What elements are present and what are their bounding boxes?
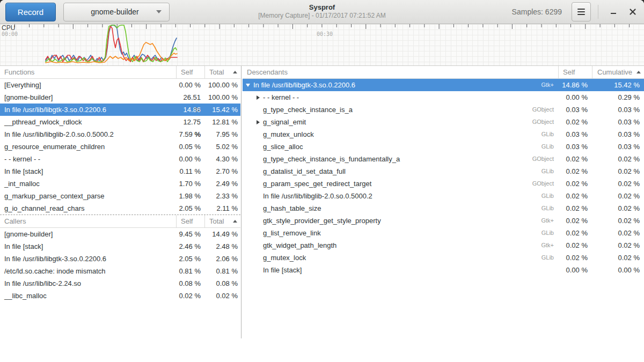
self-percent: 14.86 % xyxy=(176,104,204,116)
cpu-graph-label: CPU xyxy=(2,24,15,32)
descendants-row[interactable]: g_slice_allocGLib0.03 %0.03 % xyxy=(243,141,644,153)
descendants-self-column-header[interactable]: Self xyxy=(558,66,592,78)
functions-row[interactable]: g_resource_enumerate_children0.05 %5.02 … xyxy=(0,141,240,153)
descendants-row[interactable]: In file /usr/lib/libglib-2.0.so.0.5000.2… xyxy=(243,190,644,202)
descendants-row[interactable]: g_hash_table_sizeGLib0.02 %0.02 % xyxy=(243,202,644,215)
functions-self-column-header[interactable]: Self xyxy=(176,66,204,78)
descendants-row[interactable]: gtk_style_provider_get_style_propertyGtk… xyxy=(243,215,644,227)
functions-column-header[interactable]: Functions xyxy=(0,66,176,78)
descendant-name-cell: In file /usr/lib/libgtk-3.so.0.2200.6Gtk… xyxy=(243,79,558,91)
cumulative-percent: 0.02 % xyxy=(592,202,644,215)
capture-subtitle: [Memory Capture] - 01/17/2017 07:21:52 A… xyxy=(258,12,385,20)
callers-row[interactable]: __libc_malloc0.02 %0.02 % xyxy=(0,290,240,302)
descendants-row[interactable]: g_list_remove_linkGLib0.02 %0.02 % xyxy=(243,227,644,239)
callers-column-header[interactable]: Callers xyxy=(0,215,176,227)
functions-row[interactable]: [Everything]0.00 %100.00 % xyxy=(0,79,240,91)
total-percent: 100.00 % xyxy=(204,79,240,91)
functions-row[interactable]: g_markup_parse_context_parse1.98 %2.33 % xyxy=(0,190,240,202)
functions-row[interactable]: g_io_channel_read_chars2.05 %2.11 % xyxy=(0,202,240,215)
functions-total-column-header[interactable]: Total xyxy=(204,66,240,78)
descendants-row[interactable]: g_datalist_id_set_data_fullGLib0.02 %0.0… xyxy=(243,165,644,178)
descendants-row[interactable]: In file /usr/lib/libgtk-3.so.0.2200.6Gtk… xyxy=(243,79,644,91)
pane-divider[interactable] xyxy=(240,66,243,338)
descendant-name-cell: gtk_style_provider_get_style_propertyGtk… xyxy=(243,215,558,227)
function-name: [gnome-builder] xyxy=(0,228,176,240)
descendants-row[interactable]: g_mutex_unlockGLib0.03 %0.03 % xyxy=(243,128,644,141)
callers-row[interactable]: In file [stack]2.46 %2.48 % xyxy=(0,240,240,253)
left-pane: Functions Self Total [Everything]0.00 %1… xyxy=(0,66,240,338)
self-percent: 0.00 % xyxy=(176,79,204,91)
callers-row[interactable]: [gnome-builder]9.45 %14.49 % xyxy=(0,228,240,240)
functions-row[interactable]: - - kernel - -0.00 %4.30 % xyxy=(0,153,240,165)
descendant-name-cell: g_mutex_unlockGLib xyxy=(243,128,558,141)
close-button[interactable] xyxy=(625,4,641,20)
descendant-name: g_slice_alloc xyxy=(263,141,303,153)
total-percent: 0.02 % xyxy=(204,290,240,302)
library-tag: Gtk+ xyxy=(541,79,558,91)
menu-button[interactable] xyxy=(572,2,591,21)
functions-row[interactable]: In file /usr/lib/libglib-2.0.so.0.5000.2… xyxy=(0,128,240,141)
cpu-usage-graph[interactable]: CPU 00:00 00:30 xyxy=(0,24,644,66)
descendants-row[interactable]: In file [stack]0.00 %0.00 % xyxy=(243,264,644,276)
descendant-name-cell: g_slice_allocGLib xyxy=(243,141,558,153)
self-percent: 0.05 % xyxy=(176,141,204,153)
total-percent: 0.81 % xyxy=(204,265,240,277)
descendant-name: g_type_check_instance_is_a xyxy=(263,104,353,116)
descendants-column-header[interactable]: Descendants xyxy=(243,66,558,78)
cumulative-percent: 0.29 % xyxy=(592,91,644,104)
callers-row[interactable]: /etc/ld.so.cache: inode mismatch0.81 %0.… xyxy=(0,265,240,277)
descendants-row[interactable]: g_mutex_lockGLib0.02 %0.02 % xyxy=(243,252,644,264)
cumulative-percent: 0.02 % xyxy=(592,153,644,165)
callers-row[interactable]: In file /usr/lib/libc-2.24.so0.08 %0.08 … xyxy=(0,277,240,290)
descendants-row[interactable]: g_signal_emitGObject0.02 %0.03 % xyxy=(243,116,644,128)
descendants-row[interactable]: g_type_check_instance_is_aGObject0.03 %0… xyxy=(243,104,644,116)
self-percent: 0.00 % xyxy=(176,153,204,165)
callers-self-column-header[interactable]: Self xyxy=(176,215,204,227)
library-tag: GObject xyxy=(532,104,558,116)
descendant-name: In file /usr/lib/libgtk-3.so.0.2200.6 xyxy=(253,79,355,91)
record-button[interactable]: Record xyxy=(5,3,56,21)
functions-table: [Everything]0.00 %100.00 %[gnome-builder… xyxy=(0,79,240,215)
descendant-name-cell: In file [stack] xyxy=(243,264,558,276)
minimize-button[interactable] xyxy=(605,4,621,20)
chevron-down-icon xyxy=(156,10,162,13)
descendants-header: Descendants Self Cumulative xyxy=(243,66,644,79)
self-percent: 0.02 % xyxy=(558,165,592,178)
self-percent: 0.03 % xyxy=(558,128,592,141)
expander-closed-icon[interactable] xyxy=(257,120,260,124)
callers-total-column-header[interactable]: Total xyxy=(204,215,240,227)
callers-header: Callers Self Total xyxy=(0,215,240,228)
process-selector-dropdown[interactable]: gnome-builder xyxy=(63,3,170,21)
self-percent: 0.03 % xyxy=(558,141,592,153)
total-percent: 12.81 % xyxy=(204,116,240,128)
right-pane: Descendants Self Cumulative In file /usr… xyxy=(243,66,644,338)
expander-open-icon[interactable] xyxy=(246,84,250,87)
functions-row[interactable]: In file [stack]0.11 %2.70 % xyxy=(0,165,240,178)
functions-row[interactable]: In file /usr/lib/libgtk-3.so.0.2200.614.… xyxy=(0,104,240,116)
time-label-start: 00:00 xyxy=(2,31,18,37)
expander-closed-icon[interactable] xyxy=(257,95,260,100)
functions-row[interactable]: [gnome-builder]26.51 %100.00 % xyxy=(0,91,240,104)
function-name: __pthread_rwlock_rdlock xyxy=(0,116,176,128)
descendants-row[interactable]: gtk_widget_path_lengthGtk+0.02 %0.02 % xyxy=(243,239,644,252)
functions-row[interactable]: __pthread_rwlock_rdlock12.75 %12.81 % xyxy=(0,116,240,128)
self-percent: 0.02 % xyxy=(558,215,592,227)
samples-count: Samples: 6299 xyxy=(512,8,562,16)
descendants-row[interactable]: g_param_spec_get_redirect_targetGObject0… xyxy=(243,178,644,190)
total-percent: 7.95 % xyxy=(204,128,240,141)
descendants-row[interactable]: g_type_check_instance_is_fundamentally_a… xyxy=(243,153,644,165)
self-percent: 0.02 % xyxy=(558,178,592,190)
minimize-icon xyxy=(610,8,617,16)
self-percent: 0.02 % xyxy=(558,227,592,239)
library-tag: GLib xyxy=(541,202,558,215)
callers-row[interactable]: In file /usr/lib/libgtk-3.so.0.2200.62.0… xyxy=(0,253,240,265)
descendant-name-cell: g_mutex_lockGLib xyxy=(243,252,558,264)
self-percent: 0.02 % xyxy=(558,153,592,165)
functions-row[interactable]: _int_malloc1.70 %2.49 % xyxy=(0,178,240,190)
self-percent: 0.03 % xyxy=(558,104,592,116)
cumulative-percent: 0.00 % xyxy=(592,264,644,276)
descendants-cumulative-column-header[interactable]: Cumulative xyxy=(592,66,644,78)
descendant-name-cell: g_datalist_id_set_data_fullGLib xyxy=(243,165,558,178)
descendants-row[interactable]: - - kernel - -0.00 %0.29 % xyxy=(243,91,644,104)
library-tag: GObject xyxy=(532,153,558,165)
